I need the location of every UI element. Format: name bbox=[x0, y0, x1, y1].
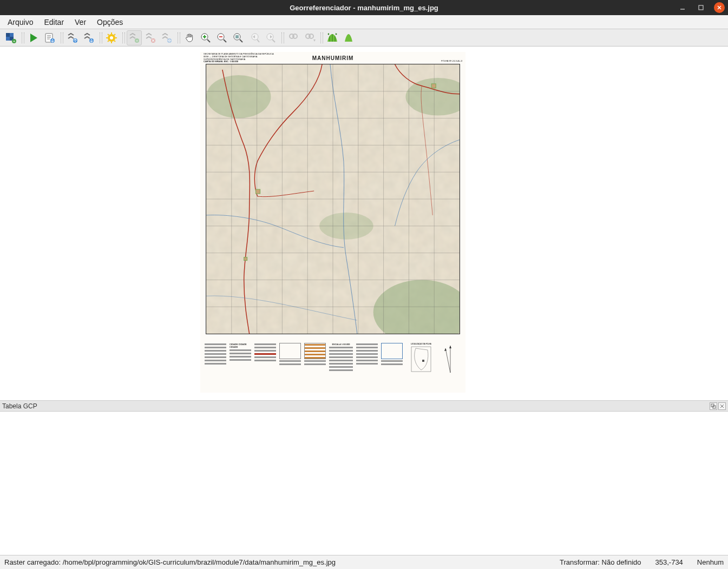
window-title: Georreferenciador - manhumirim_mg_es.jpg bbox=[0, 4, 728, 12]
delete-point-button[interactable] bbox=[143, 30, 158, 45]
toolbar-separator bbox=[22, 31, 23, 44]
panel-close-button[interactable] bbox=[718, 402, 726, 410]
zoom-to-layer-button[interactable] bbox=[231, 30, 246, 45]
svg-marker-85 bbox=[449, 346, 451, 348]
svg-line-21 bbox=[108, 41, 109, 42]
svg-marker-9 bbox=[30, 34, 37, 42]
svg-rect-79 bbox=[431, 84, 436, 88]
titlebar: Georreferenciador - manhumirim_mg_es.jpg bbox=[0, 0, 728, 15]
toolbar: + + bbox=[0, 29, 728, 47]
map-frame bbox=[206, 64, 460, 334]
toolbar-separator bbox=[100, 31, 101, 44]
window-controls bbox=[677, 0, 725, 15]
svg-line-35 bbox=[224, 39, 226, 42]
svg-point-23 bbox=[110, 36, 113, 39]
svg-marker-48 bbox=[336, 33, 337, 35]
svg-rect-82 bbox=[422, 360, 424, 362]
legend-escala-label: ESCALA 1:50.000 bbox=[329, 343, 353, 346]
panel-float-button[interactable] bbox=[710, 402, 717, 410]
maximize-button[interactable] bbox=[696, 2, 706, 13]
toolbar-separator bbox=[281, 31, 283, 44]
legend-cidade-label: CIDADE CIDADE CIDADE bbox=[229, 343, 251, 348]
svg-rect-1 bbox=[699, 5, 703, 10]
toolbar-separator bbox=[320, 31, 322, 44]
move-gcp-button[interactable] bbox=[159, 30, 174, 45]
raster-document: SECRETARIA DE PLANEJAMENTO DA PRESIDÊNCI… bbox=[200, 52, 465, 393]
svg-line-84 bbox=[445, 348, 450, 373]
add-point-button[interactable]: + bbox=[127, 30, 142, 45]
map-header-line: CARTA DO BRASIL ESC. 1:50.000 bbox=[204, 61, 274, 63]
legend-block bbox=[304, 343, 326, 389]
svg-point-53 bbox=[206, 75, 271, 118]
status-raster-path: Raster carregado: /home/bpl/programming/… bbox=[4, 558, 336, 566]
map-canvas[interactable]: SECRETARIA DE PLANEJAMENTO DA PRESIDÊNCI… bbox=[0, 47, 728, 401]
svg-marker-86 bbox=[444, 348, 447, 351]
status-none: Nenhum bbox=[697, 558, 724, 566]
toolbar-separator bbox=[61, 31, 62, 44]
zoom-out-button[interactable] bbox=[214, 30, 229, 45]
full-histogram-button[interactable] bbox=[325, 30, 340, 45]
map-title: MANHUMIRIM bbox=[200, 55, 465, 61]
statusbar: Raster carregado: /home/bpl/programming/… bbox=[0, 555, 728, 569]
map-header-right: FOLHA SF-24-V-A-I-3 bbox=[441, 59, 462, 62]
close-button[interactable] bbox=[714, 2, 725, 13]
svg-rect-78 bbox=[256, 189, 260, 194]
legend-block bbox=[381, 343, 403, 389]
declination-diagram-icon bbox=[442, 343, 458, 375]
svg-line-20 bbox=[114, 41, 115, 42]
svg-marker-46 bbox=[313, 39, 316, 42]
svg-marker-47 bbox=[327, 33, 329, 35]
menu-editar[interactable]: Editar bbox=[40, 17, 68, 28]
svg-text:+: + bbox=[13, 39, 16, 44]
svg-line-22 bbox=[114, 34, 115, 35]
svg-line-41 bbox=[257, 39, 259, 42]
load-gcp-button[interactable] bbox=[65, 30, 80, 45]
zoom-last-button[interactable] bbox=[247, 30, 262, 45]
legend-block bbox=[440, 343, 461, 389]
start-georef-button[interactable] bbox=[26, 30, 41, 45]
menubar: Arquivo Editar Ver Opções bbox=[0, 15, 728, 29]
map-terrain-icon bbox=[206, 64, 460, 334]
status-transform: Transformar: Não definido bbox=[560, 558, 641, 566]
svg-line-38 bbox=[240, 39, 242, 42]
legend-block: ESCALA 1:50.000 bbox=[329, 343, 353, 389]
link-georef-to-qgis-button[interactable] bbox=[286, 30, 301, 45]
generate-script-button[interactable] bbox=[42, 30, 57, 45]
gcp-panel-header: Tabela GCP bbox=[0, 401, 728, 412]
svg-text:+: + bbox=[136, 38, 139, 43]
svg-rect-5 bbox=[6, 33, 10, 37]
menu-arquivo[interactable]: Arquivo bbox=[3, 17, 37, 28]
menu-opcoes[interactable]: Opções bbox=[93, 17, 127, 28]
legend-block: CIDADE CIDADE CIDADE bbox=[229, 343, 251, 389]
toolbar-separator bbox=[122, 31, 123, 44]
save-gcp-as-button[interactable] bbox=[81, 30, 96, 45]
local-histogram-button[interactable] bbox=[341, 30, 356, 45]
legend-block bbox=[254, 343, 276, 389]
minimize-button[interactable] bbox=[677, 2, 688, 13]
legend-block bbox=[279, 343, 301, 389]
gcp-panel-title: Tabela GCP bbox=[2, 402, 37, 410]
toolbar-separator bbox=[178, 31, 179, 44]
legend-block: LOCALIZAÇÃO DA FOLHA bbox=[406, 343, 436, 389]
menu-ver[interactable]: Ver bbox=[70, 17, 90, 28]
legend-block bbox=[205, 343, 226, 389]
open-raster-button[interactable]: + bbox=[3, 30, 18, 45]
link-qgis-to-georef-button[interactable] bbox=[302, 30, 317, 45]
zoom-next-button[interactable] bbox=[263, 30, 278, 45]
transformation-settings-button[interactable] bbox=[104, 30, 119, 45]
pan-button[interactable] bbox=[182, 30, 197, 45]
svg-rect-39 bbox=[235, 35, 239, 38]
legend-block bbox=[356, 343, 378, 389]
svg-rect-81 bbox=[411, 347, 431, 372]
gcp-table[interactable] bbox=[0, 412, 728, 555]
svg-rect-80 bbox=[244, 257, 247, 261]
status-coords: 353,-734 bbox=[655, 558, 683, 566]
legend-localizacao-label: LOCALIZAÇÃO DA FOLHA bbox=[411, 343, 431, 345]
svg-line-19 bbox=[108, 34, 109, 35]
location-diagram-icon bbox=[410, 346, 432, 378]
map-legend: CIDADE CIDADE CIDADE ESCALA 1:50.000 bbox=[205, 343, 461, 389]
svg-line-44 bbox=[272, 39, 275, 42]
zoom-in-button[interactable] bbox=[198, 30, 213, 45]
svg-line-31 bbox=[207, 39, 210, 42]
